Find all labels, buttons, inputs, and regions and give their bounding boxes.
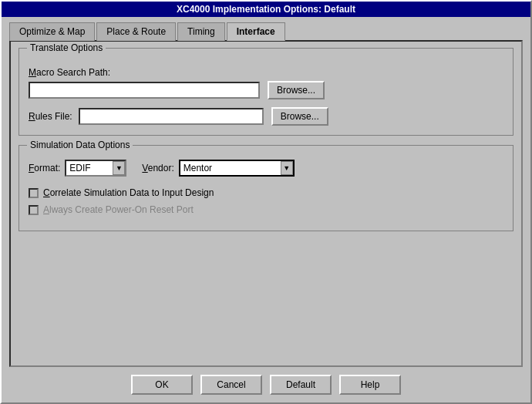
macro-search-row: Macro Search Path: Browse... — [29, 67, 503, 99]
tab-interface[interactable]: Interface — [227, 22, 285, 41]
vendor-select-wrapper: ▼ — [179, 160, 295, 177]
format-label: Format: — [29, 163, 60, 173]
vendor-label: Vendor: — [142, 163, 173, 173]
tab-optimize[interactable]: Optimize & Map — [9, 22, 95, 41]
tab-content: Translate Options Macro Search Path: Bro… — [9, 40, 523, 367]
macro-label-text: Macro Search Path: — [29, 67, 110, 78]
tab-place-route[interactable]: Place & Route — [96, 22, 176, 41]
rules-file-row: Rules File: Browse... — [29, 107, 503, 126]
format-vendor-row: Format: EDIF ▼ Vendor: ▼ — [29, 160, 503, 177]
correlate-checkbox[interactable] — [29, 188, 39, 198]
correlate-row: Correlate Simulation Data to Input Desig… — [29, 187, 503, 198]
macro-browse-button[interactable]: Browse... — [268, 81, 325, 99]
correlate-label: Correlate Simulation Data to Input Desig… — [43, 187, 214, 198]
simulation-options-group: Simulation Data Options Format: EDIF ▼ V… — [19, 145, 513, 231]
default-button[interactable]: Default — [270, 375, 332, 395]
translate-options-group: Translate Options Macro Search Path: Bro… — [19, 48, 513, 136]
power-checkbox[interactable] — [29, 205, 39, 215]
rules-browse-button[interactable]: Browse... — [271, 107, 328, 126]
vendor-input[interactable] — [179, 160, 295, 177]
power-row: Always Create Power-On Reset Port — [29, 204, 503, 215]
cancel-button[interactable]: Cancel — [200, 375, 262, 395]
macro-search-input[interactable] — [29, 82, 260, 99]
title-bar: XC4000 Implementation Options: Default — [2, 2, 530, 17]
tab-bar: Optimize & Map Place & Route Timing Inte… — [2, 17, 530, 40]
format-select[interactable]: EDIF — [65, 160, 126, 177]
tab-timing[interactable]: Timing — [177, 22, 225, 41]
macro-label: Macro Search Path: — [29, 67, 503, 78]
translate-options-label: Translate Options — [27, 42, 106, 53]
bottom-bar: OK Cancel Default Help — [2, 367, 530, 402]
format-select-wrapper: EDIF ▼ — [65, 160, 126, 177]
help-button[interactable]: Help — [339, 375, 401, 395]
macro-input-row: Browse... — [29, 81, 503, 99]
rules-file-input[interactable] — [79, 108, 264, 125]
main-window: XC4000 Implementation Options: Default O… — [0, 0, 532, 404]
ok-button[interactable]: OK — [131, 375, 193, 395]
window-title: XC4000 Implementation Options: Default — [177, 4, 355, 15]
rules-label: Rules File: — [29, 111, 72, 122]
power-label: Always Create Power-On Reset Port — [43, 204, 194, 215]
simulation-options-label: Simulation Data Options — [27, 140, 133, 150]
